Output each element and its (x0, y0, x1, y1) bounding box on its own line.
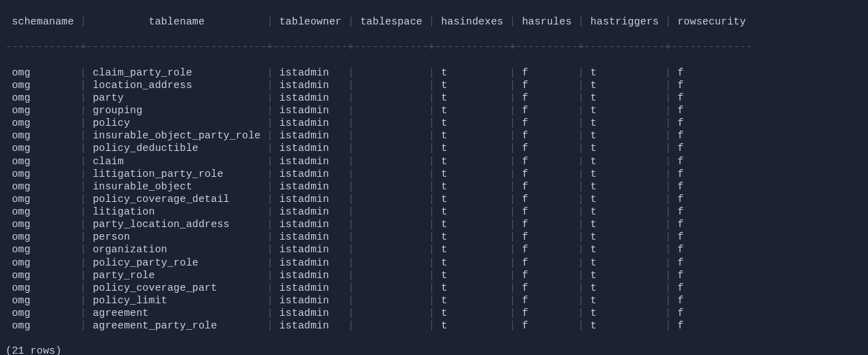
table-row: omg | location_address | istadmin | | t … (6, 79, 862, 92)
column-separator: | (428, 257, 435, 268)
column-separator: | (348, 117, 354, 129)
column-separator: | (80, 219, 87, 230)
cell: t (435, 156, 509, 167)
column-separator: | (267, 320, 273, 331)
column-separator: | (665, 130, 672, 141)
cell: f (516, 67, 578, 78)
cell: omg (6, 219, 80, 230)
cell: istadmin (273, 194, 348, 205)
column-separator: | (665, 295, 672, 306)
cell: omg (6, 194, 80, 205)
cell: insurable_object (87, 181, 267, 192)
cell: t (435, 282, 509, 294)
column-separator: | (267, 16, 273, 27)
column-separator: | (267, 194, 273, 205)
column-separator: | (509, 143, 516, 154)
cell: f (516, 320, 578, 331)
cell: policy_party_role (87, 257, 267, 268)
column-separator: | (80, 16, 87, 27)
table-header-row: schemaname | tablename | tableowner | ta… (6, 15, 862, 28)
cell: t (435, 206, 509, 217)
cell: f (516, 130, 578, 141)
cell: omg (6, 244, 80, 255)
column-separator: | (578, 282, 584, 294)
column-separator: | (348, 67, 354, 78)
column-separator: | (509, 156, 516, 167)
cell: omg (6, 92, 80, 103)
column-separator: | (267, 168, 273, 180)
cell: istadmin (273, 244, 348, 255)
column-separator: | (578, 206, 584, 217)
cell: f (672, 92, 753, 103)
cell: t (584, 320, 665, 331)
cell: t (435, 219, 509, 230)
table-row: omg | litigation_party_role | istadmin |… (6, 168, 862, 180)
col-header-tablespace: tablespace (354, 16, 429, 27)
column-separator: | (428, 105, 435, 116)
cell (354, 282, 429, 294)
cell: f (516, 156, 578, 167)
column-separator: | (80, 206, 87, 217)
column-separator: | (665, 282, 672, 294)
cell: person (87, 231, 267, 242)
column-separator: | (578, 105, 584, 116)
cell: party_location_address (87, 219, 267, 230)
column-separator: | (665, 16, 672, 27)
column-separator: | (665, 320, 672, 331)
cell: organization (87, 244, 267, 255)
cell: insurable_object_party_role (87, 130, 267, 141)
column-separator: | (348, 231, 354, 242)
column-separator: | (80, 320, 87, 331)
column-separator: | (665, 206, 672, 217)
column-separator: | (348, 295, 354, 306)
cell (354, 80, 429, 91)
column-separator: | (665, 168, 672, 180)
cell: omg (6, 282, 80, 294)
cell: omg (6, 257, 80, 268)
column-separator: | (267, 244, 273, 255)
cell: t (584, 307, 665, 319)
column-separator: | (509, 307, 516, 319)
cell: istadmin (273, 105, 348, 116)
column-separator: | (428, 219, 435, 230)
cell: f (672, 206, 753, 217)
table-row: omg | policy_coverage_part | istadmin | … (6, 282, 862, 294)
cell: claim (87, 156, 267, 167)
cell: policy (87, 117, 267, 129)
cell: omg (6, 270, 80, 281)
cell: omg (6, 143, 80, 154)
cell: f (516, 307, 578, 319)
column-separator: | (578, 244, 584, 255)
cell: policy_coverage_detail (87, 194, 267, 205)
table-row: omg | organization | istadmin | | t | f … (6, 243, 862, 256)
table-row: omg | party_location_address | istadmin … (6, 218, 862, 231)
column-separator: | (578, 295, 584, 306)
cell: policy_coverage_part (87, 282, 267, 294)
column-separator: | (509, 16, 516, 27)
table-row: omg | litigation | istadmin | | t | f | … (6, 205, 862, 218)
table-row: omg | agreement_party_role | istadmin | … (6, 319, 862, 332)
cell: f (672, 194, 753, 205)
cell: istadmin (273, 270, 348, 281)
column-separator: | (578, 219, 584, 230)
cell: istadmin (273, 307, 348, 319)
column-separator: | (428, 194, 435, 205)
column-separator: | (80, 117, 87, 129)
cell: omg (6, 320, 80, 331)
column-separator: | (348, 219, 354, 230)
cell: f (516, 295, 578, 306)
cell: t (584, 244, 665, 255)
table-row: omg | party | istadmin | | t | f | t | f (6, 92, 862, 104)
cell: istadmin (273, 156, 348, 167)
cell: f (672, 244, 753, 255)
table-row: omg | grouping | istadmin | | t | f | t … (6, 104, 862, 117)
column-separator: | (80, 231, 87, 242)
cell: policy_limit (87, 295, 267, 306)
cell: f (516, 143, 578, 154)
cell: f (516, 80, 578, 91)
cell (354, 105, 429, 116)
cell: t (584, 130, 665, 141)
column-separator: | (80, 295, 87, 306)
psql-output: schemaname | tablename | tableowner | ta… (0, 0, 868, 355)
cell: t (584, 231, 665, 242)
